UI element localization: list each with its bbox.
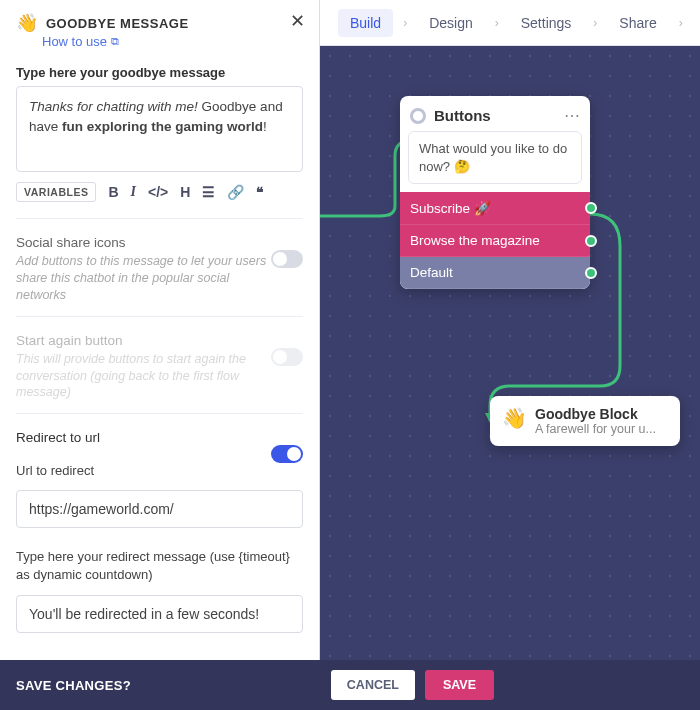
chevron-right-icon: › <box>495 16 499 30</box>
link-icon[interactable]: 🔗 <box>227 184 244 200</box>
save-button[interactable]: SAVE <box>425 670 494 700</box>
editor-text-italic: Thanks for chatting with me! <box>29 99 198 114</box>
italic-icon[interactable]: I <box>131 184 136 200</box>
how-to-use-label: How to use <box>42 34 107 49</box>
editor-toolbar: VARIABLES B I </> H ☰ 🔗 ❝ <box>0 172 319 214</box>
option-label: Subscribe 🚀 <box>410 201 491 216</box>
start-again-toggle[interactable] <box>271 348 303 366</box>
editor-label: Type here your goodbye message <box>0 55 319 86</box>
node-prompt[interactable]: What would you like to do now? 🤔 <box>408 131 582 184</box>
divider <box>16 218 303 219</box>
heading-icon[interactable]: H <box>180 184 190 200</box>
option-label: Default <box>410 265 453 280</box>
cancel-button[interactable]: CANCEL <box>331 670 415 700</box>
social-share-title: Social share icons <box>16 235 303 250</box>
code-icon[interactable]: </> <box>148 184 168 200</box>
chevron-right-icon: › <box>593 16 597 30</box>
option-default[interactable]: Default <box>400 257 590 289</box>
save-footer: SAVE CHANGES? CANCEL SAVE <box>0 660 700 710</box>
panel-header: 👋 GOODBYE MESSAGE How to use ⧉ ✕ <box>0 0 319 55</box>
redirect-title: Redirect to url <box>16 430 303 445</box>
variables-button[interactable]: VARIABLES <box>16 182 96 202</box>
tab-share[interactable]: Share <box>607 9 668 37</box>
redirect-setting: Redirect to url <box>0 418 319 453</box>
save-changes-label: SAVE CHANGES? <box>16 678 131 693</box>
close-icon[interactable]: ✕ <box>290 10 305 32</box>
external-link-icon: ⧉ <box>111 35 119 48</box>
divider <box>16 413 303 414</box>
redirect-msg-label: Type here your redirect message (use {ti… <box>0 538 319 589</box>
node-type-icon <box>410 108 426 124</box>
start-again-title: Start again button <box>16 333 303 348</box>
output-port[interactable] <box>585 235 597 247</box>
buttons-node[interactable]: Buttons ⋯ What would you like to do now?… <box>400 96 590 289</box>
editor-text-bold: fun exploring the gaming world <box>62 119 263 134</box>
social-share-setting: Social share icons Add buttons to this m… <box>0 223 319 312</box>
chevron-right-icon: › <box>679 16 683 30</box>
start-again-desc: This will provide buttons to start again… <box>16 351 271 402</box>
list-icon[interactable]: ☰ <box>202 184 215 200</box>
top-nav: Build › Design › Settings › Share › <box>320 0 700 46</box>
output-port[interactable] <box>585 267 597 279</box>
option-browse[interactable]: Browse the magazine <box>400 225 590 257</box>
start-again-setting: Start again button This will provide but… <box>0 321 319 410</box>
panel-title: GOODBYE MESSAGE <box>46 16 189 31</box>
goodbye-message-editor[interactable]: Thanks for chatting with me! Goodbye and… <box>16 86 303 172</box>
how-to-use-link[interactable]: How to use ⧉ <box>42 34 303 49</box>
social-share-toggle[interactable] <box>271 250 303 268</box>
goodbye-node[interactable]: 👋 Goodbye Block A farewell for your u... <box>490 396 680 446</box>
option-subscribe[interactable]: Subscribe 🚀 <box>400 192 590 225</box>
bold-icon[interactable]: B <box>108 184 118 200</box>
tab-build[interactable]: Build <box>338 9 393 37</box>
wave-icon: 👋 <box>502 406 527 430</box>
divider <box>16 316 303 317</box>
redirect-toggle[interactable] <box>271 445 303 463</box>
option-label: Browse the magazine <box>410 233 540 248</box>
flow-canvas[interactable]: Buttons ⋯ What would you like to do now?… <box>320 46 700 710</box>
output-port[interactable] <box>585 202 597 214</box>
tab-design[interactable]: Design <box>417 9 485 37</box>
wave-icon: 👋 <box>16 12 38 34</box>
tab-settings[interactable]: Settings <box>509 9 584 37</box>
goodbye-title: Goodbye Block <box>535 406 656 422</box>
quote-icon[interactable]: ❝ <box>256 184 264 200</box>
edit-panel: 👋 GOODBYE MESSAGE How to use ⧉ ✕ Type he… <box>0 0 320 660</box>
redirect-url-input[interactable] <box>16 490 303 528</box>
chevron-right-icon: › <box>403 16 407 30</box>
node-header: Buttons ⋯ <box>400 96 590 131</box>
goodbye-subtitle: A farewell for your u... <box>535 422 656 436</box>
social-share-desc: Add buttons to this message to let your … <box>16 253 271 304</box>
node-title: Buttons <box>434 107 556 124</box>
node-more-icon[interactable]: ⋯ <box>564 106 580 125</box>
editor-text-suffix: ! <box>263 119 267 134</box>
redirect-msg-input[interactable] <box>16 595 303 633</box>
